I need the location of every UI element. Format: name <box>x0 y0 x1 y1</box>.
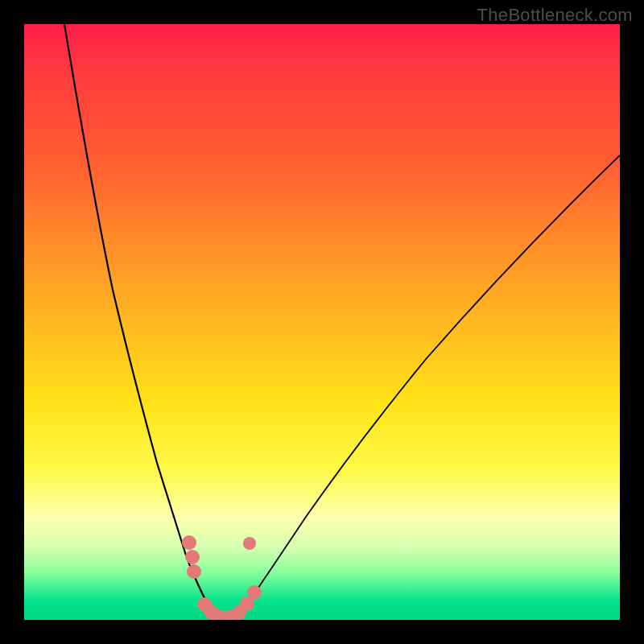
chart-frame: TheBottleneck.com <box>0 0 644 644</box>
curve-left-arm <box>64 24 225 620</box>
bead <box>185 550 200 564</box>
bead-cluster <box>182 535 262 620</box>
bead <box>243 537 256 550</box>
bead <box>182 535 196 550</box>
bead <box>247 585 262 600</box>
watermark-text: TheBottleneck.com <box>477 5 633 26</box>
bottleneck-curve <box>24 24 620 620</box>
plot-area <box>24 24 620 620</box>
bead <box>187 564 201 579</box>
curve-right-arm <box>225 155 620 620</box>
